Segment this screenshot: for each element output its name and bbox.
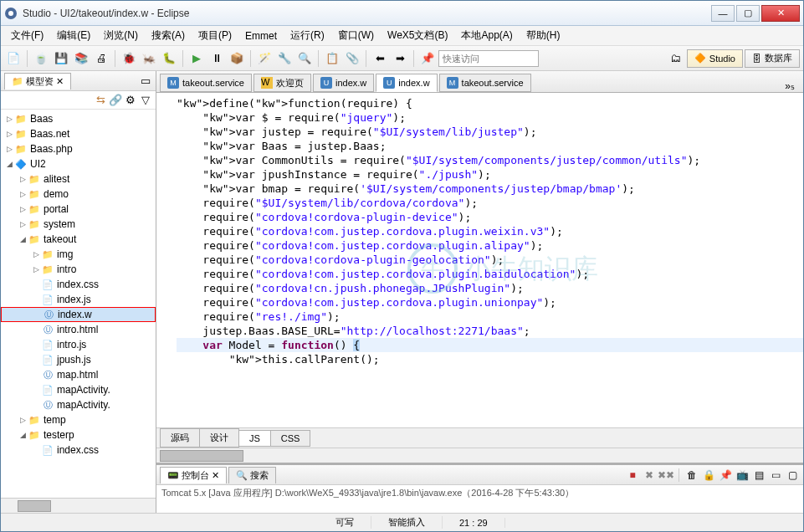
remove-icon[interactable]: ✖ bbox=[642, 468, 657, 483]
code-line[interactable]: "kw">var justep = require("$UI/system/li… bbox=[177, 125, 803, 139]
tool3-button[interactable]: 📋 bbox=[323, 49, 341, 68]
tree-item-introhtml[interactable]: Ⓤintro.html bbox=[1, 322, 156, 337]
wand-icon[interactable]: 🪄 bbox=[255, 49, 274, 68]
quick-access-input[interactable] bbox=[438, 50, 539, 67]
tool2-button[interactable]: 🔧 bbox=[275, 49, 294, 68]
perspective-studio[interactable]: 🔶 Studio bbox=[687, 49, 743, 68]
view-min-icon[interactable]: ▭ bbox=[139, 74, 152, 88]
code-line[interactable]: "kw">var CommonUtils = require("$UI/syst… bbox=[177, 153, 803, 167]
menu-icon[interactable]: ▽ bbox=[139, 94, 152, 107]
tree-toggle-icon[interactable]: ▷ bbox=[18, 190, 28, 198]
menu-run[interactable]: 运行(R) bbox=[284, 26, 331, 45]
code-line[interactable]: require("cordova!cn.jpush.phonegap.JPush… bbox=[177, 281, 803, 295]
bug2-icon[interactable]: 🦗 bbox=[140, 49, 158, 68]
console-tab[interactable]: 📟 控制台 ✕ bbox=[160, 467, 227, 483]
model-view-tab[interactable]: 📁 模型资 ✕ bbox=[4, 73, 71, 90]
tool-button[interactable]: 🍵 bbox=[32, 49, 50, 68]
code-line[interactable]: "kw">this.callParent(); bbox=[177, 352, 803, 366]
search-button[interactable]: 🔍 bbox=[295, 49, 314, 68]
tree-item-maphtml[interactable]: Ⓤmap.html bbox=[1, 367, 156, 382]
tree-item-mapActivity[interactable]: ⓊmapActivity. bbox=[1, 397, 156, 412]
stop-button[interactable]: ⏸ bbox=[207, 49, 226, 68]
removeall-icon[interactable]: ✖✖ bbox=[658, 468, 673, 483]
ext-button[interactable]: 📦 bbox=[228, 49, 246, 68]
code-line[interactable]: "kw">var Baas = justep.Baas; bbox=[177, 139, 803, 153]
minimize-button[interactable]: — bbox=[711, 5, 735, 22]
tree-toggle-icon[interactable]: ▷ bbox=[31, 265, 41, 274]
code-line[interactable]: "kw">define("kw">function(require) { bbox=[177, 96, 803, 110]
tree-toggle-icon[interactable]: ▷ bbox=[31, 250, 41, 258]
tree-toggle-icon[interactable]: ▷ bbox=[18, 205, 28, 213]
menu-file[interactable]: 文件(F) bbox=[4, 26, 50, 45]
bug3-icon[interactable]: 🐛 bbox=[160, 49, 178, 68]
code-line[interactable]: "kw">var $ = require("jquery"); bbox=[177, 110, 803, 125]
code-line[interactable]: require("cordova!com.justep.cordova.plug… bbox=[177, 295, 803, 309]
pin-console-icon[interactable]: 📌 bbox=[718, 468, 733, 483]
run-button[interactable]: ▶ bbox=[187, 49, 206, 68]
editor-tab-[interactable]: W欢迎页 bbox=[253, 74, 311, 92]
forward-button[interactable]: ➡ bbox=[391, 49, 409, 68]
tree-toggle-icon[interactable]: ▷ bbox=[18, 416, 28, 424]
h-scrollbar[interactable] bbox=[1, 498, 156, 513]
tree-toggle-icon[interactable]: ▷ bbox=[4, 145, 14, 153]
editor-tab-takeoutservice[interactable]: Mtakeout.service bbox=[439, 74, 531, 92]
mode-tab-设计[interactable]: 设计 bbox=[199, 428, 239, 448]
tree-toggle-icon[interactable]: ◢ bbox=[18, 431, 28, 439]
min-icon[interactable]: ▭ bbox=[768, 468, 783, 483]
tree-toggle-icon[interactable]: ▷ bbox=[18, 220, 28, 228]
mode-tab-JS[interactable]: JS bbox=[238, 430, 271, 447]
tree-item-jpushjs[interactable]: 📄jpush.js bbox=[1, 352, 156, 367]
perspective-database[interactable]: 🗄 数据库 bbox=[745, 49, 800, 68]
tree-item-introjs[interactable]: 📄intro.js bbox=[1, 337, 156, 352]
menu-emmet[interactable]: Emmet bbox=[238, 28, 284, 44]
scroll-lock-icon[interactable]: 🔒 bbox=[701, 468, 716, 483]
tree-item-temp[interactable]: ▷📁temp bbox=[1, 412, 156, 427]
code-line[interactable]: "kw">var bmap = require('$UI/system/comp… bbox=[177, 182, 803, 196]
code-line[interactable]: justep.Baas.BASE_URL="http://localhost:2… bbox=[177, 324, 803, 338]
menu-search[interactable]: 搜索(A) bbox=[145, 26, 192, 45]
tree-item-testerp[interactable]: ◢📁testerp bbox=[1, 427, 156, 442]
tree-item-indexcss[interactable]: 📄index.css bbox=[1, 442, 156, 458]
debug-icon[interactable]: 🐞 bbox=[120, 49, 138, 68]
display-icon[interactable]: 📺 bbox=[735, 468, 750, 483]
filter-icon[interactable]: ⚙ bbox=[124, 94, 137, 107]
code-line[interactable]: require("cordova!com.justep.cordova.plug… bbox=[177, 267, 803, 281]
code-line[interactable]: require("cordova!com.justep.cordova.plug… bbox=[177, 224, 803, 238]
tree-item-indexw[interactable]: Ⓤindex.w bbox=[1, 307, 156, 322]
mode-tab-源码[interactable]: 源码 bbox=[160, 428, 200, 448]
back-button[interactable]: ⬅ bbox=[371, 49, 389, 68]
max-icon[interactable]: ▢ bbox=[785, 468, 800, 483]
persp-open-button[interactable]: 🗂 bbox=[667, 49, 685, 68]
save-button[interactable]: 💾 bbox=[52, 49, 70, 68]
editor-tab-takeoutservice[interactable]: Mtakeout.service bbox=[160, 74, 252, 92]
code-editor[interactable]: 牛小牛知识库 "kw">define("kw">function(require… bbox=[156, 93, 803, 427]
maximize-button[interactable]: ▢ bbox=[736, 5, 760, 22]
tree-item-indexcss[interactable]: 📄index.css bbox=[1, 277, 156, 292]
code-line[interactable]: require("res!./img"); bbox=[177, 309, 803, 324]
code-line[interactable]: require("cordova!cordova-plugin-geolocat… bbox=[177, 253, 803, 267]
code-line[interactable]: require("cordova!cordova-plugin-device")… bbox=[177, 210, 803, 224]
tree-item-mapActivity[interactable]: 📄mapActivity. bbox=[1, 382, 156, 397]
open-console-icon[interactable]: ▤ bbox=[751, 468, 766, 483]
tree-item-UI2[interactable]: ◢🔷UI2 bbox=[1, 156, 156, 171]
code-line[interactable]: var Model = function() { bbox=[177, 338, 803, 352]
menu-navigate[interactable]: 浏览(N) bbox=[97, 26, 145, 45]
code-line[interactable]: require("$UI/system/lib/cordova/cordova"… bbox=[177, 196, 803, 210]
tree-toggle-icon[interactable]: ▷ bbox=[4, 115, 14, 123]
menu-wex5doc[interactable]: WeX5文档(B) bbox=[381, 26, 454, 45]
code-line[interactable]: "kw">var jpushInstance = require("./jpus… bbox=[177, 167, 803, 182]
model-tree[interactable]: ▷📁Baas▷📁Baas.net▷📁Baas.php◢🔷UI2▷📁alitest… bbox=[1, 110, 156, 498]
mode-tab-CSS[interactable]: CSS bbox=[270, 430, 311, 447]
editor-h-scrollbar[interactable] bbox=[156, 448, 803, 463]
editor-tab-indexw[interactable]: Uindex.w bbox=[376, 74, 437, 92]
print-button[interactable]: 🖨 bbox=[92, 49, 110, 68]
menu-help[interactable]: 帮助(H) bbox=[520, 26, 567, 45]
saveall-button[interactable]: 📚 bbox=[72, 49, 90, 68]
tree-toggle-icon[interactable]: ◢ bbox=[18, 235, 28, 243]
tree-toggle-icon[interactable]: ◢ bbox=[4, 160, 14, 168]
new-button[interactable]: 📄 bbox=[4, 49, 23, 68]
console-output[interactable]: Tomcat 5.x [Java 应用程序] D:\work\WeX5_4933… bbox=[156, 485, 803, 513]
tree-item-Baas[interactable]: ▷📁Baas bbox=[1, 111, 156, 126]
tree-item-indexjs[interactable]: 📄index.js bbox=[1, 292, 156, 307]
search-tab[interactable]: 🔍 搜索 bbox=[228, 467, 276, 483]
